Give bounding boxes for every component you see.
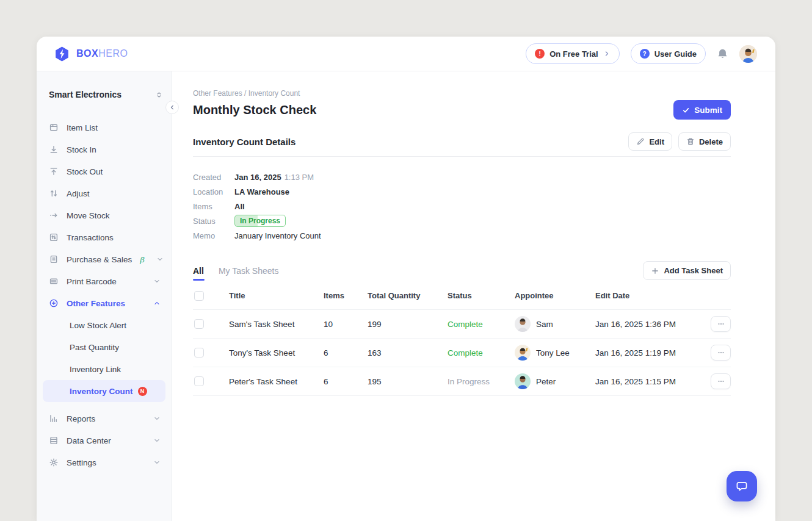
row-status: In Progress [448, 377, 515, 386]
row-more-button[interactable] [711, 316, 731, 332]
sidebar-item-data-center[interactable]: Data Center [43, 429, 165, 451]
table-header: Title Items Total Quantity Status Appoin… [193, 282, 731, 310]
sidebar-collapse-button[interactable] [165, 101, 179, 114]
chevron-down-icon [156, 256, 164, 263]
stock-in-icon [49, 145, 59, 154]
sidebar-item-label: Other Features [67, 299, 145, 308]
sidebar-item-label: Reports [67, 414, 145, 423]
sidebar-item-stock-in[interactable]: Stock In [43, 138, 165, 160]
chevron-down-icon [153, 415, 161, 422]
sidebar-item-label: Purchase & Sales [67, 255, 132, 264]
data-center-icon [49, 436, 59, 445]
sidebar-item-adjust[interactable]: Adjust [43, 182, 165, 204]
table-row[interactable]: Peter's Task Sheet 6 195 In Progress Pet… [193, 367, 731, 396]
row-items: 6 [324, 348, 368, 358]
transactions-icon [49, 232, 59, 242]
row-status: Complete [448, 320, 515, 329]
chevron-down-icon [153, 437, 161, 444]
row-status: Complete [448, 348, 515, 358]
item-list-icon [49, 123, 59, 132]
location-value: LA Warehouse [234, 187, 289, 196]
sidebar-item-label: Low Stock Alert [70, 321, 126, 330]
sidebar-item-label: Stock Out [67, 167, 161, 176]
adjust-icon [49, 189, 59, 198]
user-avatar[interactable] [739, 45, 757, 63]
sidebar: Smart Electronics Item List Stock In Sto… [37, 71, 172, 521]
breadcrumb: Other Features / Inventory Count [193, 89, 731, 98]
table-row[interactable]: Tony's Task Sheet 6 163 Complete Tony Le… [193, 339, 731, 367]
tab-all[interactable]: All [193, 261, 204, 280]
chat-launcher-button[interactable] [727, 471, 757, 501]
chevron-left-icon [169, 104, 175, 110]
sidebar-item-past-quantity[interactable]: Past Quantity [43, 336, 165, 358]
sidebar-item-reports[interactable]: Reports [43, 408, 165, 429]
sidebar-item-label: Past Quantity [70, 343, 119, 352]
sidebar-item-label: Inventory Count [70, 387, 133, 396]
reports-icon [49, 414, 59, 423]
brand-light: HERO [98, 48, 128, 59]
free-trial-button[interactable]: ! On Free Trial [526, 43, 619, 64]
sidebar-item-item-list[interactable]: Item List [43, 117, 165, 138]
user-guide-button[interactable]: ? User Guide [631, 43, 706, 64]
row-more-button[interactable] [711, 345, 731, 361]
row-checkbox[interactable] [194, 376, 204, 386]
section-title: Inventory Count Details [193, 137, 295, 147]
trial-alert-icon: ! [535, 49, 545, 59]
select-all-checkbox[interactable] [194, 291, 204, 301]
submit-button[interactable]: Submit [673, 100, 731, 120]
sidebar-item-label: Move Stock [67, 211, 161, 220]
col-title: Title [229, 291, 324, 300]
bell-icon[interactable] [717, 48, 728, 60]
sidebar-item-label: Transactions [67, 233, 161, 242]
plus-icon [651, 267, 659, 275]
detail-label: Memo [193, 231, 234, 240]
sidebar-item-low-stock-alert[interactable]: Low Stock Alert [43, 314, 165, 336]
row-more-button[interactable] [711, 373, 731, 389]
submit-label: Submit [694, 106, 722, 115]
appointee-name: Sam [536, 320, 553, 329]
sidebar-item-move-stock[interactable]: Move Stock [43, 204, 165, 226]
new-badge: N [138, 387, 147, 396]
workspace-switcher[interactable]: Smart Electronics [43, 88, 165, 101]
col-items: Items [324, 291, 368, 300]
sidebar-nav: Item List Stock In Stock Out Adjust Move [43, 117, 165, 473]
row-qty: 163 [368, 348, 448, 358]
tab-my-task-sheets[interactable]: My Task Sheets [219, 261, 279, 280]
add-task-sheet-label: Add Task Sheet [664, 266, 723, 275]
sidebar-item-purchase-sales[interactable]: Purchase & Sales β [43, 248, 165, 270]
items-value: All [234, 202, 245, 211]
task-sheet-table: Title Items Total Quantity Status Appoin… [193, 282, 731, 396]
detail-items: Items All [193, 199, 731, 214]
row-checkbox[interactable] [194, 319, 204, 329]
sidebar-item-inventory-count[interactable]: Inventory Count N [43, 380, 165, 402]
check-icon [682, 106, 690, 114]
chevron-up-icon [153, 300, 161, 307]
sidebar-item-inventory-link[interactable]: Inventory Link [43, 358, 165, 380]
detail-label: Items [193, 202, 234, 211]
detail-memo: Memo January Inventory Count [193, 228, 731, 243]
row-items: 6 [324, 377, 368, 386]
sort-icon [155, 91, 163, 99]
sidebar-item-label: Print Barcode [67, 277, 145, 286]
sidebar-item-print-barcode[interactable]: Print Barcode [43, 270, 165, 292]
row-qty: 195 [368, 377, 448, 386]
table-row[interactable]: Sam's Task Sheet 10 199 Complete Sam Jan… [193, 310, 731, 339]
sidebar-item-label: Data Center [67, 436, 145, 445]
plus-circle-icon [49, 298, 59, 308]
add-task-sheet-button[interactable]: Add Task Sheet [643, 261, 731, 280]
sidebar-item-stock-out[interactable]: Stock Out [43, 160, 165, 182]
gear-icon [49, 458, 59, 467]
edit-button[interactable]: Edit [628, 132, 672, 151]
barcode-icon [49, 276, 59, 286]
sidebar-item-other-features[interactable]: Other Features [43, 292, 165, 314]
app-window: BOXHERO ! On Free Trial ? User Guide [37, 37, 775, 521]
detail-label: Location [193, 187, 234, 196]
row-checkbox[interactable] [194, 348, 204, 358]
sidebar-item-settings[interactable]: Settings [43, 451, 165, 473]
row-title: Sam's Task Sheet [229, 320, 324, 329]
delete-button[interactable]: Delete [678, 132, 731, 151]
chevron-down-icon [153, 459, 161, 466]
detail-label: Status [193, 217, 234, 226]
sidebar-item-transactions[interactable]: Transactions [43, 226, 165, 248]
row-edit-date: Jan 16, 2025 1:36 PM [595, 320, 706, 329]
